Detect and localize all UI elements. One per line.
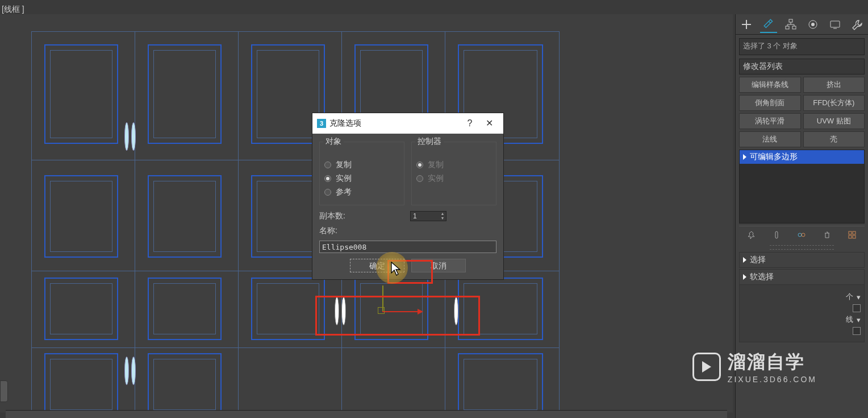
modify-icon	[762, 18, 775, 30]
checkbox-icon	[853, 327, 861, 335]
radio-copy[interactable]: 复制	[324, 158, 399, 172]
ctrl-radio-instance: 实例	[416, 172, 491, 185]
help-button[interactable]: ?	[460, 113, 479, 134]
name-input[interactable]	[319, 241, 496, 253]
tab-create[interactable]	[738, 16, 755, 33]
viewport-corner-tab[interactable]	[0, 380, 8, 402]
svg-rect-9	[849, 231, 852, 234]
group-controller-title: 控制器	[415, 136, 444, 147]
mod-btn-extrude[interactable]: 挤出	[803, 77, 865, 93]
highlight-box	[387, 260, 433, 284]
tab-modify[interactable]	[760, 16, 777, 33]
expand-icon	[743, 257, 746, 263]
rollout-selection[interactable]: 选择	[739, 252, 865, 268]
copies-spinner[interactable]: 1 ▲▼	[410, 211, 446, 221]
make-unique-button[interactable]	[796, 229, 807, 241]
plus-icon	[740, 18, 753, 31]
checkbox-icon	[853, 304, 861, 312]
tab-display[interactable]	[827, 16, 844, 33]
wrench-icon	[851, 18, 863, 31]
mod-btn-normal[interactable]: 法线	[739, 131, 801, 147]
watermark-logo-icon	[692, 353, 721, 381]
svg-rect-12	[853, 235, 856, 238]
svg-rect-10	[853, 231, 856, 234]
tab-motion[interactable]	[804, 16, 821, 33]
clone-options-dialog: 3 克隆选项 ? ✕ 对象 复制 实例 参考 控制器 复制 实例 副本数: 1 …	[312, 113, 504, 280]
group-object: 对象 复制 实例 参考	[319, 142, 404, 205]
viewport-label: [线框 ]	[0, 5, 24, 15]
svg-point-4	[811, 23, 815, 26]
close-button[interactable]: ✕	[479, 113, 499, 134]
configure-icon	[848, 230, 857, 239]
svg-rect-11	[849, 235, 852, 238]
expand-icon	[743, 274, 746, 280]
checkbox-row[interactable]	[743, 327, 861, 335]
highlight-box	[315, 296, 480, 336]
mod-btn-uvwmap[interactable]: UVW 贴图	[803, 113, 865, 129]
group-object-title: 对象	[323, 136, 344, 147]
mod-btn-editspline[interactable]: 编辑样条线	[739, 77, 801, 93]
mod-btn-shell[interactable]: 壳	[803, 131, 865, 147]
tab-hierarchy[interactable]	[782, 16, 799, 33]
timeline-bar[interactable]	[6, 410, 727, 418]
selection-info: 选择了 3 个 对象	[739, 38, 865, 55]
rollout-soft-selection[interactable]: 软选择	[739, 269, 865, 285]
pin-stack-button[interactable]	[746, 229, 757, 241]
svg-point-8	[802, 233, 805, 237]
modifier-list-dropdown[interactable]: 修改器列表	[739, 59, 865, 75]
svg-rect-6	[775, 231, 778, 238]
motion-icon	[807, 18, 819, 31]
app-logo-icon: 3	[317, 119, 326, 128]
tab-utilities[interactable]	[849, 16, 866, 33]
unique-icon	[797, 230, 806, 239]
group-controller: 控制器 复制 实例	[411, 142, 496, 205]
handle-obj[interactable]	[123, 357, 139, 385]
rollout-body: 个▾ 线▾	[739, 285, 865, 342]
testtube-icon	[772, 230, 781, 239]
command-panel-tabs	[736, 14, 868, 35]
panel-drag-handle[interactable]	[770, 245, 834, 250]
mod-btn-chamferprofile[interactable]: 倒角剖面	[739, 95, 801, 111]
remove-modifier-button[interactable]	[821, 229, 833, 241]
radio-reference[interactable]: 参考	[324, 185, 399, 199]
dialog-title-text: 克隆选项	[329, 118, 460, 129]
svg-point-7	[798, 233, 802, 237]
watermark-title: 溜溜自学	[728, 350, 817, 375]
svg-rect-5	[831, 21, 840, 27]
pin-icon	[747, 230, 756, 239]
checkbox-row[interactable]	[743, 304, 861, 312]
trash-icon	[823, 230, 832, 239]
radio-instance[interactable]: 实例	[324, 172, 399, 185]
configure-button[interactable]	[846, 229, 858, 241]
svg-rect-1	[786, 26, 789, 29]
expand-icon	[743, 154, 746, 160]
svg-rect-2	[792, 26, 796, 29]
mod-btn-turbosmooth[interactable]: 涡轮平滑	[739, 113, 801, 129]
show-end-result-button[interactable]	[771, 229, 782, 241]
watermark: 溜溜自学 ZIXUE.3D66.COM	[692, 350, 817, 384]
svg-rect-0	[789, 19, 792, 22]
copies-label: 副本数:	[319, 211, 404, 221]
hierarchy-icon	[784, 18, 797, 31]
modifier-stack[interactable]: 可编辑多边形	[739, 150, 865, 224]
display-icon	[829, 18, 841, 31]
mod-btn-ffdbox[interactable]: FFD(长方体)	[803, 95, 865, 111]
ctrl-radio-copy: 复制	[416, 158, 491, 172]
name-label: 名称:	[319, 226, 337, 236]
handle-obj[interactable]	[123, 122, 139, 151]
spinner-down-icon[interactable]: ▼	[439, 216, 446, 221]
watermark-url: ZIXUE.3D66.COM	[728, 375, 817, 384]
spinner-up-icon[interactable]: ▲	[439, 212, 446, 216]
stack-item-editable-poly[interactable]: 可编辑多边形	[740, 150, 864, 164]
dialog-titlebar[interactable]: 3 克隆选项 ? ✕	[312, 113, 503, 134]
